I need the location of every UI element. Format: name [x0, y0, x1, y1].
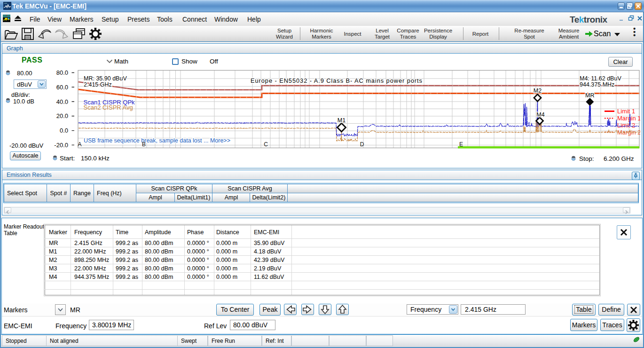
svg-text:Limit 2: Limit 2: [617, 122, 635, 129]
svg-text:944.375 MHz: 944.375 MHz: [580, 81, 614, 88]
svg-text:Limit 1: Limit 1: [617, 108, 635, 115]
svg-text:USB frame sequence break, samp: USB frame sequence break, sample data lo…: [84, 137, 230, 144]
svg-text:Scan2 CISPR Avg: Scan2 CISPR Avg: [84, 104, 133, 111]
svg-text:MR: MR: [585, 92, 594, 99]
svg-text:Margin 1: Margin 1: [617, 115, 640, 122]
svg-text:M2: M2: [534, 87, 542, 94]
svg-text:C: C: [264, 141, 268, 148]
svg-text:M4: 11.62 dBuV: M4: 11.62 dBuV: [580, 75, 621, 82]
svg-text:Europe - EN55032 - A.9 Class B: Europe - EN55032 - A.9 Class B- AC mains…: [251, 77, 423, 84]
svg-text:D: D: [360, 141, 364, 148]
svg-text:A: A: [78, 141, 81, 148]
svg-text:E: E: [459, 141, 463, 148]
svg-text:B: B: [142, 141, 146, 148]
svg-text:M1: M1: [338, 117, 346, 124]
svg-text:M4: M4: [536, 111, 544, 118]
svg-text:2.415 GHz: 2.415 GHz: [84, 81, 112, 88]
svg-text:MR: 35.90 dBuV: MR: 35.90 dBuV: [84, 75, 127, 82]
